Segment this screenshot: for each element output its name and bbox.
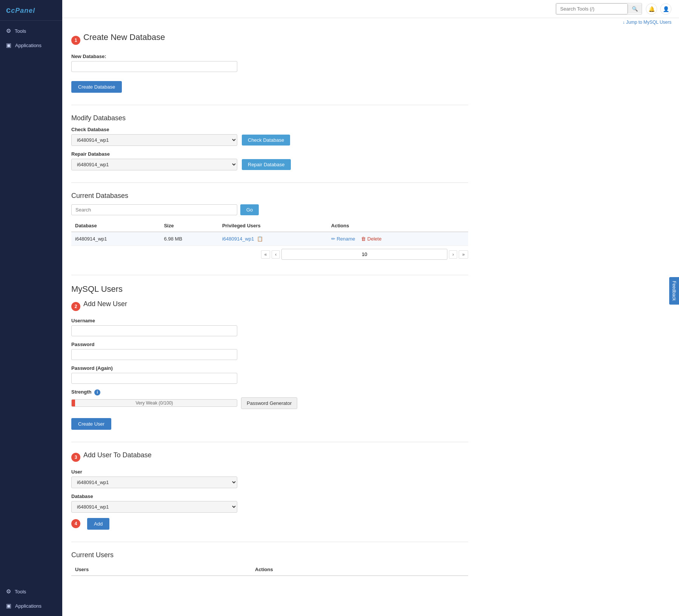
divider-4 xyxy=(71,442,468,442)
repair-database-button[interactable]: Repair Database xyxy=(242,159,291,170)
page-content: 1 Create New Database New Database: Crea… xyxy=(62,25,477,596)
sidebar-item-applications2[interactable]: ▣ Applications xyxy=(0,599,62,613)
new-db-label: New Database: xyxy=(71,54,468,59)
modify-db-title: Modify Databases xyxy=(71,114,468,122)
password-again-input[interactable] xyxy=(71,373,237,384)
modify-databases-section: Modify Databases Check Database i6480914… xyxy=(71,114,468,170)
pagination-prev[interactable]: ‹ xyxy=(272,250,280,259)
repair-db-label: Repair Database xyxy=(71,151,237,157)
current-databases-section: Current Databases Go Database Size Privi… xyxy=(71,192,468,263)
sidebar-item-applications[interactable]: ▣ Applications xyxy=(0,38,62,52)
strength-value: Very Weak (0/100) xyxy=(135,400,173,406)
col-database: Database xyxy=(71,220,160,232)
add-user-user-label: User xyxy=(71,469,468,475)
jump-to-mysql-users-link[interactable]: ↓ Jump to MySQL Users xyxy=(62,18,679,25)
current-db-search-row: Go xyxy=(71,204,468,215)
current-db-tbody: i6480914_wp1 6.98 MB i6480914_wp1 📋 ✏ Re… xyxy=(71,232,468,246)
sidebar-item-tools-label: Tools xyxy=(15,28,26,34)
current-databases-table: Database Size Privileged Users Actions i… xyxy=(71,220,468,246)
notifications-icon-button[interactable]: 🔔 xyxy=(646,3,657,15)
search-tools-input[interactable] xyxy=(556,3,628,14)
current-db-search-input[interactable] xyxy=(71,204,237,215)
topbar-icons: 🔔 👤 xyxy=(646,3,671,15)
logo-text: cPanel xyxy=(11,7,35,14)
tools-icon: ⚙ xyxy=(6,28,11,34)
sidebar-item-applications-label: Applications xyxy=(15,43,41,48)
sidebar-item-tools2[interactable]: ⚙ Tools xyxy=(0,584,62,599)
check-db-row: Check Database i6480914_wp1 Check Databa… xyxy=(71,127,468,146)
add-btn-row: 4 Add xyxy=(71,518,468,530)
col-actions: Actions xyxy=(327,220,468,232)
check-db-label: Check Database xyxy=(71,127,237,132)
password-input[interactable] xyxy=(71,349,237,360)
strength-bar: Very Weak (0/100) xyxy=(71,399,237,407)
current-db-header-row: Database Size Privileged Users Actions xyxy=(71,220,468,232)
logo-highlight: c xyxy=(6,5,11,15)
db-actions-cell: ✏ Rename 🗑 Delete xyxy=(327,232,468,246)
col-users: Users xyxy=(71,564,251,576)
new-db-input[interactable] xyxy=(71,61,237,72)
new-db-field-group: New Database: xyxy=(71,54,468,72)
current-db-title: Current Databases xyxy=(71,192,468,200)
create-database-button[interactable]: Create Database xyxy=(71,81,122,93)
pagination-next[interactable]: › xyxy=(449,250,457,259)
sidebar-item-applications2-label: Applications xyxy=(15,603,41,609)
search-tools-wrap: 🔍 xyxy=(556,3,642,15)
step-badge-2: 2 xyxy=(71,302,80,311)
add-new-user-title: Add New User xyxy=(83,300,127,308)
sidebar-nav-bottom: ⚙ Tools ▣ Applications xyxy=(0,581,62,616)
create-db-header: 1 Create New Database xyxy=(71,32,468,48)
current-users-thead: Users Actions xyxy=(71,564,468,576)
divider-5 xyxy=(71,542,468,542)
db-size-cell: 6.98 MB xyxy=(160,232,218,246)
privileged-user-link[interactable]: i6480914_wp1 xyxy=(222,236,254,242)
current-db-go-button[interactable]: Go xyxy=(240,204,259,215)
check-db-group: Check Database i6480914_wp1 xyxy=(71,127,237,146)
delete-link[interactable]: 🗑 Delete xyxy=(361,236,381,242)
step-badge-1: 1 xyxy=(71,36,80,45)
add-user-db-header: 3 Add User To Database xyxy=(71,451,468,464)
rename-link[interactable]: ✏ Rename xyxy=(331,236,355,242)
repair-db-select[interactable]: i6480914_wp1 xyxy=(71,159,237,170)
repair-db-group: Repair Database i6480914_wp1 xyxy=(71,151,237,170)
divider-3 xyxy=(71,275,468,275)
username-field-group: Username xyxy=(71,318,468,336)
add-user-to-database-section: 3 Add User To Database User i6480914_wp1… xyxy=(71,451,468,530)
password-label: Password xyxy=(71,342,468,347)
search-tools-button[interactable]: 🔍 xyxy=(628,4,642,14)
current-users-table: Users Actions xyxy=(71,564,468,576)
add-user-user-select[interactable]: i6480914_wp1 xyxy=(71,477,237,488)
strength-info-icon[interactable]: i xyxy=(94,389,100,395)
add-user-db-button[interactable]: Add xyxy=(87,518,109,530)
pagination-first[interactable]: « xyxy=(261,250,270,259)
col-user-actions: Actions xyxy=(251,564,468,576)
add-new-user-section: 2 Add New User Username Password Passwor… xyxy=(71,300,468,430)
add-new-user-header: 2 Add New User xyxy=(71,300,468,313)
copy-icon[interactable]: 📋 xyxy=(257,236,263,242)
add-user-db-select[interactable]: i6480914_wp1 xyxy=(71,501,237,513)
username-input[interactable] xyxy=(71,325,237,336)
current-users-title: Current Users xyxy=(71,551,468,559)
password-generator-button[interactable]: Password Generator xyxy=(241,397,297,409)
check-db-select[interactable]: i6480914_wp1 xyxy=(71,134,237,146)
mysql-users-section: MySQL Users 2 Add New User Username Pass… xyxy=(71,284,468,430)
repair-db-row: Repair Database i6480914_wp1 Repair Data… xyxy=(71,151,468,170)
check-database-button[interactable]: Check Database xyxy=(242,135,290,146)
step-badge-3: 3 xyxy=(71,453,80,462)
table-row: i6480914_wp1 6.98 MB i6480914_wp1 📋 ✏ Re… xyxy=(71,232,468,246)
sidebar: ccPanel ⚙ Tools ▣ Applications ⚙ Tools ▣… xyxy=(0,0,62,616)
pagination-last[interactable]: » xyxy=(459,250,468,259)
pagination-row: « ‹ › » xyxy=(71,246,468,263)
user-icon-button[interactable]: 👤 xyxy=(660,3,671,15)
sidebar-item-tools[interactable]: ⚙ Tools xyxy=(0,24,62,38)
password-field-group: Password xyxy=(71,342,468,360)
feedback-button[interactable]: Feedback xyxy=(669,277,679,305)
password-again-label: Password (Again) xyxy=(71,365,468,371)
col-size: Size xyxy=(160,220,218,232)
add-user-db-group: Database i6480914_wp1 xyxy=(71,493,468,513)
create-user-button[interactable]: Create User xyxy=(71,418,111,430)
sidebar-item-tools2-label: Tools xyxy=(15,589,26,595)
current-users-section: Current Users Users Actions xyxy=(71,551,468,576)
pagination-page-input[interactable] xyxy=(281,249,447,260)
sidebar-nav-top: ⚙ Tools ▣ Applications xyxy=(0,21,62,55)
